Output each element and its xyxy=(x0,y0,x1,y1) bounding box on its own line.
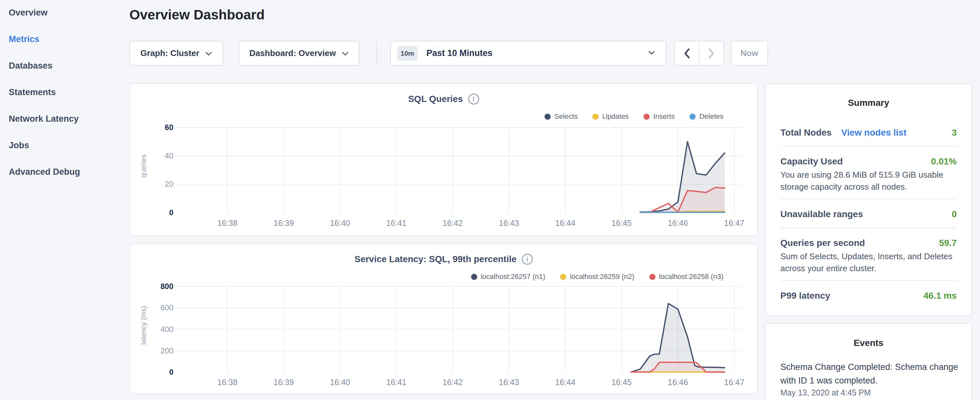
x-axis-tick-label: 16:44 xyxy=(542,218,588,228)
dashboard-dropdown-label: Dashboard: Overview xyxy=(250,48,336,58)
y-axis-tick-label: 400 xyxy=(144,325,173,334)
y-axis-tick-label: 0 xyxy=(144,367,173,377)
controls-divider xyxy=(377,41,377,66)
summary-divider xyxy=(780,146,957,147)
summary-divider xyxy=(780,280,957,280)
db-console-page: OverviewMetricsDatabasesStatementsNetwor… xyxy=(0,0,980,400)
x-axis-tick-label: 16:40 xyxy=(317,377,363,387)
x-axis-tick-label: 16:41 xyxy=(374,377,419,387)
capacity-used-description: You are using 28.6 MiB of 515.9 GiB usab… xyxy=(780,169,960,193)
sidebar-item-jobs[interactable]: Jobs xyxy=(9,140,119,150)
graph-dropdown-label: Graph: Cluster xyxy=(140,48,199,58)
x-axis-tick-label: 16:44 xyxy=(542,377,588,387)
p99-latency-value: 46.1 ms xyxy=(923,291,957,301)
queries-per-second-label: Queries per second xyxy=(780,238,865,248)
x-axis-tick-label: 16:43 xyxy=(486,218,531,228)
unavailable-ranges-value: 0 xyxy=(951,209,957,220)
y-axis-unit-label: latency (ms) xyxy=(140,290,148,361)
chevron-down-icon xyxy=(205,48,212,58)
page-title: Overview Dashboard xyxy=(129,7,265,23)
event-timestamp: May 13, 2020 at 4:45 PM xyxy=(780,388,871,397)
sidebar-item-network-latency[interactable]: Network Latency xyxy=(9,114,119,124)
event-message: Schema Change Completed: Schema change w… xyxy=(780,360,962,387)
summary-divider xyxy=(780,228,957,228)
x-axis-tick-label: 16:45 xyxy=(599,218,644,228)
y-axis-tick-label: 600 xyxy=(144,303,173,312)
x-axis-tick-label: 16:40 xyxy=(317,218,363,228)
time-range-dropdown[interactable]: 10m Past 10 Minutes xyxy=(390,41,667,66)
x-axis-tick-label: 16:39 xyxy=(261,377,306,387)
view-nodes-list-link[interactable]: View nodes list xyxy=(841,127,907,138)
y-axis-tick-label: 200 xyxy=(144,346,173,356)
total-nodes-label: Total Nodes xyxy=(780,127,832,138)
x-axis-tick-label: 16:38 xyxy=(205,377,250,387)
chart-plot-area[interactable] xyxy=(130,244,758,395)
queries-per-second-value: 59.7 xyxy=(939,238,957,248)
x-axis-tick-label: 16:41 xyxy=(374,218,419,228)
y-axis-unit-label: queries xyxy=(140,131,148,202)
p99-latency-label: P99 latency xyxy=(780,291,830,301)
x-axis-tick-label: 16:43 xyxy=(486,377,531,387)
chevron-down-icon xyxy=(342,48,349,58)
sidebar-item-advanced-debug[interactable]: Advanced Debug xyxy=(9,167,119,177)
x-axis-tick-label: 16:42 xyxy=(430,377,475,387)
capacity-used-label: Capacity Used xyxy=(780,156,843,167)
x-axis-tick-label: 16:38 xyxy=(205,218,250,228)
service-latency-chart-panel: Service Latency: SQL, 99th percentileilo… xyxy=(129,243,758,394)
now-button-label: Now xyxy=(741,48,758,58)
summary-divider xyxy=(780,198,957,199)
graph-dropdown[interactable]: Graph: Cluster xyxy=(129,41,223,66)
time-range-label: Past 10 Minutes xyxy=(426,48,648,58)
time-back-button[interactable] xyxy=(675,41,700,65)
x-axis-tick-label: 16:45 xyxy=(599,377,644,387)
sidebar-nav: OverviewMetricsDatabasesStatementsNetwor… xyxy=(9,8,119,193)
sidebar-item-statements[interactable]: Statements xyxy=(9,88,119,97)
sql-queries-chart-panel: SQL QueriesiSelectsUpdatesInsertsDeletes… xyxy=(129,83,758,236)
chevron-down-icon xyxy=(648,51,655,56)
x-axis-tick-label: 16:46 xyxy=(655,377,700,387)
unavailable-ranges-label: Unavailable ranges xyxy=(780,209,863,220)
y-axis-tick-label: 40 xyxy=(144,151,173,161)
summary-title: Summary xyxy=(765,98,972,108)
sidebar-item-overview[interactable]: Overview xyxy=(9,8,119,18)
y-axis-tick-label: 60 xyxy=(144,123,173,132)
time-step-buttons xyxy=(674,41,724,66)
summary-panel: Summary Total Nodes View nodes list 3 Ca… xyxy=(765,83,972,316)
y-axis-tick-label: 20 xyxy=(144,179,173,189)
x-axis-tick-label: 16:46 xyxy=(655,218,700,228)
dashboard-dropdown[interactable]: Dashboard: Overview xyxy=(239,41,360,66)
now-button[interactable]: Now xyxy=(730,41,768,66)
x-axis-tick-label: 16:42 xyxy=(430,218,475,228)
queries-per-second-description: Sum of Selects, Updates, Inserts, and De… xyxy=(780,250,960,274)
events-title: Events xyxy=(765,338,972,348)
y-axis-tick-label: 800 xyxy=(144,282,173,291)
x-axis-tick-label: 16:47 xyxy=(711,377,757,387)
time-range-badge: 10m xyxy=(397,46,417,61)
time-forward-button[interactable] xyxy=(700,41,724,65)
y-axis-tick-label: 0 xyxy=(144,208,173,217)
total-nodes-value: 3 xyxy=(951,127,957,138)
x-axis-tick-label: 16:47 xyxy=(711,218,757,228)
x-axis-tick-label: 16:39 xyxy=(261,218,306,228)
capacity-used-value: 0.01% xyxy=(931,156,957,167)
controls-bar: Graph: Cluster Dashboard: Overview 10m P… xyxy=(0,41,980,66)
chart-plot-area[interactable] xyxy=(130,84,758,237)
events-panel: Events Schema Change Completed: Schema c… xyxy=(765,323,972,400)
